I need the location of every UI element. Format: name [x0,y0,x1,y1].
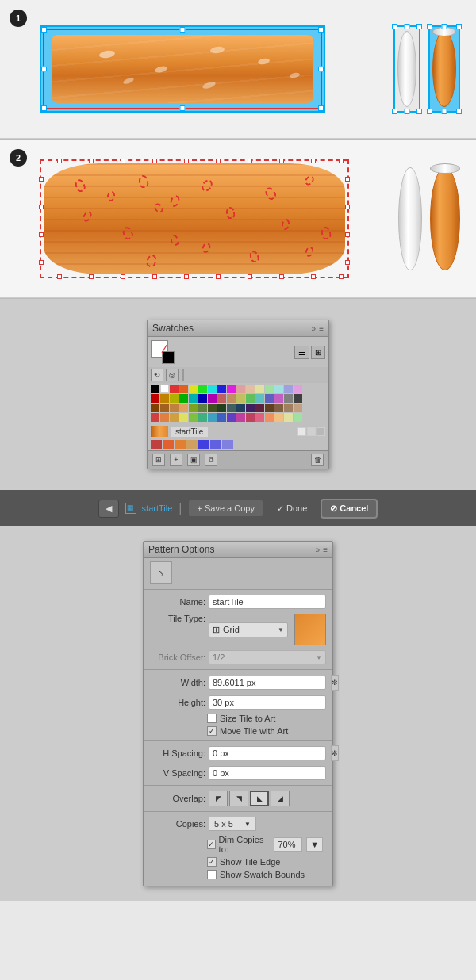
dim-copies-dropdown[interactable]: ▼ [306,837,323,852]
swatch-pink[interactable] [236,385,245,393]
po-show-swatch-bounds-row: Show Swatch Bounds [144,868,332,881]
move-tile-checkbox[interactable]: ✓ [207,726,217,736]
width-link-icon[interactable]: ✼ [331,675,339,691]
po-size-tile-row: Size Tile to Art [144,712,332,725]
swatch-new-icon[interactable]: + [170,454,182,466]
size-tile-checkbox[interactable] [207,714,217,723]
po-h-spacing-input[interactable] [209,746,326,760]
swatches-title: Swatches [152,323,194,334]
po-h-spacing-label: H Spacing: [150,748,205,758]
step1-badge: 1 [10,10,27,27]
swatch-yellow[interactable] [189,385,198,393]
po-height-input[interactable] [209,695,326,710]
swatch-copy-icon[interactable]: ⧉ [205,454,217,466]
po-v-spacing-input[interactable] [209,766,326,780]
swatch-tools-row: ⟲ ◎ [148,367,328,383]
show-tile-edge-label: Show Tile Edge [220,857,280,867]
po-width-row: Width: ✼ [144,672,332,693]
color-grid [148,383,328,424]
overlap-btn-3[interactable]: ◣ [250,791,269,806]
po-name-input[interactable] [209,595,326,609]
po-h-spacing-row: H Spacing: ✼ [144,743,332,764]
overlap-btn-2[interactable]: ◥ [229,791,248,806]
done-button[interactable]: ✓ Done [270,500,314,518]
po-width-input[interactable] [209,676,326,690]
show-tile-edge-checkbox[interactable]: ✓ [207,857,217,867]
transform-icon[interactable]: ⤡ [150,561,172,584]
po-overlap-row: Overlap: ◤ ◥ ◣ ◢ [144,788,332,809]
po-tile-type-row: Tile Type: ⊞ Grid ▼ [144,611,332,648]
swatch-lib-icon[interactable]: ⊞ [152,454,165,466]
tile-type-icon: ⊞ [213,625,220,635]
swatch-magenta[interactable] [227,385,236,393]
swatch-green[interactable] [198,385,207,393]
list-view-btn[interactable]: ☰ [294,346,309,359]
po-name-label: Name: [150,597,205,607]
overlap-btn-4[interactable]: ◢ [271,791,290,806]
swatches-footer: ⊞ + ▣ ⧉ 🗑 [148,450,328,469]
swatch-white[interactable] [160,385,169,393]
swatch-folder-icon[interactable]: ▣ [187,454,200,466]
dim-copies-label: Dim Copies to: [219,835,268,854]
swatch-blue[interactable] [217,385,226,393]
show-swatch-bounds-label: Show Swatch Bounds [220,870,305,879]
spacing-link-icon[interactable]: ✼ [331,745,339,761]
swatch-lt-cyan[interactable] [274,385,283,393]
overlap-btn-1[interactable]: ◤ [209,791,228,806]
swatches-titlebar: Swatches » ≡ [148,320,328,337]
po-v-spacing-row: V Spacing: [144,764,332,783]
copies-arrow: ▼ [244,821,251,828]
swatch-lt-yellow[interactable] [255,385,264,393]
back-button[interactable]: ◀ [98,500,119,518]
step2-badge: 2 [10,149,27,167]
swatch-black[interactable] [151,385,159,393]
pattern-toolbar: ◀ ▦ startTile | + Save a Copy ✓ Done ⊘ C… [0,490,476,526]
swatch-orange[interactable] [179,385,188,393]
swatch-tool-1[interactable]: ⟲ [151,369,163,381]
named-swatch-label: startTile [171,427,208,437]
swatch-lt-magenta[interactable] [294,385,302,393]
view-buttons[interactable]: ☰ ⊞ [294,346,325,359]
grid-view-btn[interactable]: ⊞ [311,346,325,359]
cancel-button[interactable]: ⊘ Cancel [321,499,378,519]
swatch-tan[interactable] [246,385,255,393]
tile-name-label: ▦ startTile [125,503,173,514]
po-menu-icon[interactable]: ≡ [323,546,328,554]
po-tile-type-select[interactable]: ⊞ Grid ▼ [209,622,288,637]
swatches-controls[interactable]: » ≡ [312,324,324,333]
tile-type-arrow: ▼ [278,626,284,634]
step1-panel: 1 [0,0,476,139]
tile-type-value: Grid [223,625,240,634]
dim-copies-input[interactable]: 70% [274,837,302,852]
swatch-delete-icon[interactable]: 🗑 [311,454,324,466]
po-height-row: Height: [144,693,332,712]
swatch-lt-green[interactable] [265,385,274,393]
size-tile-label: Size Tile to Art [220,714,275,723]
po-show-tile-edge-row: ✓ Show Tile Edge [144,856,332,868]
named-swatch-preview[interactable] [151,426,168,437]
po-width-label: Width: [150,678,205,687]
save-copy-button[interactable]: + Save a Copy [188,500,263,517]
tile-icon: ▦ [125,503,136,514]
swatch-red[interactable] [170,385,178,393]
po-title: Pattern Options [148,544,214,555]
po-controls[interactable]: » ≡ [316,546,328,554]
pattern-options-panel: Pattern Options » ≡ ⤡ Name: Tile Type: ⊞… [143,541,333,886]
swatch-tool-2[interactable]: ◎ [166,369,178,381]
separator: | [178,501,182,515]
move-tile-label: Move Tile with Art [220,726,288,736]
step1-side-views [393,25,460,113]
po-copies-select[interactable]: 5 x 5 ▼ [209,817,256,831]
po-height-label: Height: [150,698,205,707]
show-swatch-bounds-checkbox[interactable] [207,870,217,879]
menu-icon[interactable]: ≡ [319,324,324,333]
dim-copies-checkbox[interactable]: ✓ [207,840,216,849]
po-v-spacing-label: V Spacing: [150,768,205,778]
swatch-lt-blue[interactable] [284,385,293,393]
po-brick-offset-row: Brick Offset: 1/2 ▼ [144,648,332,667]
po-icon-row: ⤡ [144,558,332,587]
swatch-cyan[interactable] [208,385,217,393]
double-arrow-icon[interactable]: » [312,324,317,333]
po-double-arrow[interactable]: » [316,546,321,554]
po-titlebar: Pattern Options » ≡ [144,542,332,558]
